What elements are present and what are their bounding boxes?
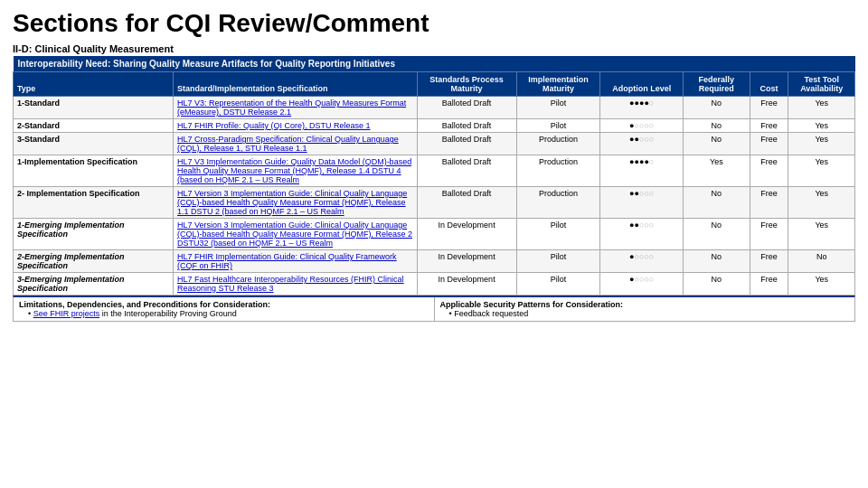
main-table: Interoperability Need: Sharing Quality M… [13,56,855,296]
im-cell: Pilot [516,273,600,296]
type-cell: 1-Standard [14,97,174,119]
spm-cell: In Development [417,250,516,273]
tta-cell: Yes [788,119,855,133]
footer-right: Applicable Security Patterns for Conside… [435,297,855,321]
type-cell: 1-Implementation Specification [14,155,174,187]
col-header-row: Type Standard/Implementation Specificati… [14,72,855,97]
tta-cell: Yes [788,219,855,250]
type-cell: 1-Emerging Implementation Specification [14,219,174,250]
cost-cell: Free [750,273,788,296]
spec-cell[interactable]: HL7 V3: Representation of the Health Qua… [174,97,417,119]
col-im: Implementation Maturity [516,72,600,97]
fr-cell: No [684,119,750,133]
section-header: II-D: Clinical Quality Measurement [13,43,855,54]
footer-left: Limitations, Dependencies, and Precondit… [14,297,435,321]
table-row: 1-Implementation SpecificationHL7 V3 Imp… [14,155,855,187]
col-type: Type [14,72,174,97]
spec-cell[interactable]: HL7 FHIR Implementation Guide: Clinical … [174,250,417,273]
im-cell: Production [516,133,600,155]
fr-cell: No [684,219,750,250]
im-cell: Pilot [516,119,600,133]
dots-cell: ●○○○○ [600,250,684,273]
dots-cell: ●●●●○ [600,155,684,187]
col-spm: Standards Process Maturity [417,72,516,97]
cost-cell: Free [750,250,788,273]
spm-cell: Balloted Draft [417,155,516,187]
tta-cell: Yes [788,273,855,296]
cost-cell: Free [750,187,788,219]
page-title: Sections for CQI Review/Comment [0,0,868,43]
footer-right-label: Applicable Security Patterns for Conside… [440,300,850,309]
table-row: 1-Emerging Implementation SpecificationH… [14,219,855,250]
dots-cell: ●○○○○ [600,119,684,133]
tta-cell: Yes [788,133,855,155]
spm-cell: Balloted Draft [417,119,516,133]
footer-right-item-1: • Feedback requested [440,309,850,318]
im-cell: Pilot [516,219,600,250]
cost-cell: Free [750,133,788,155]
spm-cell: Balloted Draft [417,97,516,119]
spm-cell: Balloted Draft [417,133,516,155]
dots-cell: ●●●●○ [600,97,684,119]
spec-cell[interactable]: HL7 V3 Implementation Guide: Quality Dat… [174,155,417,187]
table-row: 2- Implementation SpecificationHL7 Versi… [14,187,855,219]
spec-cell[interactable]: HL7 Version 3 Implementation Guide: Clin… [174,219,417,250]
type-cell: 2-Standard [14,119,174,133]
interop-header-cell: Interoperability Need: Sharing Quality M… [14,56,855,72]
spec-cell[interactable]: HL7 FHIR Profile: Quality (QI Core), DST… [174,119,417,133]
cost-cell: Free [750,97,788,119]
im-cell: Production [516,187,600,219]
spm-cell: Balloted Draft [417,187,516,219]
table-row: 3-StandardHL7 Cross-Paradigm Specificati… [14,133,855,155]
tta-cell: Yes [788,187,855,219]
footer-section: Limitations, Dependencies, and Precondit… [13,296,855,322]
spec-cell[interactable]: HL7 Cross-Paradigm Specification: Clinic… [174,133,417,155]
col-spec: Standard/Implementation Specification [174,72,417,97]
type-cell: 2- Implementation Specification [14,187,174,219]
tta-cell: No [788,250,855,273]
table-row: 1-StandardHL7 V3: Representation of the … [14,97,855,119]
col-fr: Federally Required [684,72,750,97]
fr-cell: Yes [684,155,750,187]
fr-cell: No [684,97,750,119]
dots-cell: ●●○○○ [600,219,684,250]
im-cell: Pilot [516,97,600,119]
type-cell: 3-Emerging Implementation Specification [14,273,174,296]
footer-left-item-1: • See FHIR projects in the Interoperabil… [19,309,429,318]
tta-cell: Yes [788,97,855,119]
spec-cell[interactable]: HL7 Fast Healthcare Interoperability Res… [174,273,417,296]
fr-cell: No [684,273,750,296]
spec-cell[interactable]: HL7 Version 3 Implementation Guide: Clin… [174,187,417,219]
fr-cell: No [684,250,750,273]
table-body: 1-StandardHL7 V3: Representation of the … [14,97,855,296]
interop-header-row: Interoperability Need: Sharing Quality M… [14,56,855,72]
col-al: Adoption Level [600,72,684,97]
cost-cell: Free [750,119,788,133]
im-cell: Pilot [516,250,600,273]
dots-cell: ●●○○○ [600,187,684,219]
col-tta: Test Tool Availability [788,72,855,97]
dots-cell: ●●○○○ [600,133,684,155]
type-cell: 2-Emerging Implementation Specification [14,250,174,273]
content-area: II-D: Clinical Quality Measurement Inter… [0,43,868,331]
dots-cell: ●○○○○ [600,273,684,296]
fr-cell: No [684,187,750,219]
tta-cell: Yes [788,155,855,187]
fr-cell: No [684,133,750,155]
fhir-link[interactable]: See FHIR projects [33,309,100,318]
footer-left-label: Limitations, Dependencies, and Precondit… [19,300,429,309]
col-cost: Cost [750,72,788,97]
cost-cell: Free [750,219,788,250]
table-row: 3-Emerging Implementation SpecificationH… [14,273,855,296]
im-cell: Production [516,155,600,187]
spm-cell: In Development [417,273,516,296]
table-row: 2-StandardHL7 FHIR Profile: Quality (QI … [14,119,855,133]
spm-cell: In Development [417,219,516,250]
cost-cell: Free [750,155,788,187]
table-row: 2-Emerging Implementation SpecificationH… [14,250,855,273]
type-cell: 3-Standard [14,133,174,155]
